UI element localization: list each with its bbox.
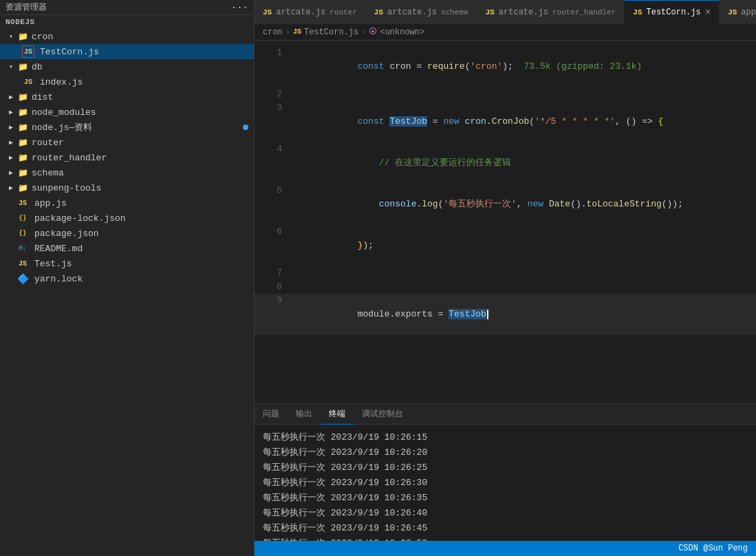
json-file-icon: {}: [17, 227, 29, 239]
breadcrumb-js-icon-bc: JS: [293, 28, 301, 36]
code-line-1: 1 const cron = require('cron'); 73.5k (g…: [255, 46, 756, 87]
terminal-line-3: 每五秒执行一次 2023/9/19 10:26:25: [263, 460, 748, 475]
sidebar-item-sunpeng-tools[interactable]: ▶ 📁 sunpeng-tools: [0, 180, 254, 195]
label-index: index.js: [40, 77, 83, 87]
js-icon-tab1: JS: [263, 8, 272, 17]
js-file-icon: JS: [22, 45, 34, 58]
sidebar-item-app[interactable]: JS app.js: [0, 195, 254, 211]
tab-problems-label: 问题: [263, 408, 279, 420]
folder-icon-nodejs-resource: 📁: [17, 121, 29, 133]
folder-icon-router-handler: 📁: [17, 151, 29, 164]
code-editor[interactable]: 1 const cron = require('cron'); 73.5k (g…: [255, 41, 756, 403]
code-line-4: 4 // 在这里定义要运行的任务逻辑: [255, 142, 756, 184]
tab-bar: JS artcate.js router JS artcate.js schem…: [255, 0, 756, 24]
terminal-line-7: 每五秒执行一次 2023/9/19 10:26:45: [263, 521, 748, 536]
js-icon-tab3: JS: [486, 8, 495, 17]
notification-dot: [243, 125, 248, 130]
breadcrumb-unknown: <unknown>: [380, 28, 424, 37]
sidebar-title: 资源管理器: [6, 1, 47, 13]
breadcrumb: cron › JS TestCorn.js › ⦿ <unknown>: [255, 24, 756, 41]
sidebar-item-router[interactable]: ▶ 📁 router: [0, 135, 254, 150]
label-package: package.json: [34, 228, 99, 239]
sidebar-item-yarn[interactable]: 🔷 yarn.lock: [0, 271, 254, 286]
terminal-tab-problems[interactable]: 问题: [255, 404, 288, 425]
terminal-line-1: 每五秒执行一次 2023/9/19 10:26:15: [263, 430, 748, 445]
tab-testcorn[interactable]: JS TestCorn.js ×: [625, 0, 720, 24]
breadcrumb-testcorn: TestCorn.js: [304, 28, 358, 37]
folder-icon-sunpeng-tools: 📁: [17, 182, 29, 194]
yarn-icon: 🔷: [17, 272, 29, 285]
tab-artcate-router-handler[interactable]: JS artcate.js router_handler: [477, 0, 625, 24]
tab-label-testcorn: TestCorn.js: [647, 8, 701, 17]
sidebar-item-readme[interactable]: M↓ README.md: [0, 241, 254, 256]
sidebar-dots[interactable]: ···: [231, 2, 248, 13]
sidebar-item-cron[interactable]: ▾ 📁 cron: [0, 29, 254, 44]
label-test: Test.js: [34, 259, 72, 269]
chevron-router: ▶: [6, 138, 17, 147]
line-num-6: 6: [255, 225, 282, 266]
chevron-cron: ▾: [6, 32, 17, 41]
breadcrumb-symbol: ⦿: [369, 27, 377, 37]
tab-artcate-router[interactable]: JS artcate.js router: [255, 0, 366, 24]
label-sunpeng-tools: sunpeng-tools: [32, 183, 101, 193]
terminal-tab-output[interactable]: 输出: [288, 404, 321, 425]
label-dist: dist: [32, 92, 53, 103]
chevron-router-handler: ▶: [6, 153, 17, 162]
chevron-schema: ▶: [6, 169, 17, 177]
line-num-9: 9: [255, 294, 282, 335]
breadcrumb-cron: cron: [263, 28, 283, 37]
label-yarn: yarn.lock: [34, 274, 83, 284]
cursor: [487, 310, 488, 319]
line-num-3: 3: [255, 101, 282, 142]
sidebar-item-test[interactable]: JS Test.js: [0, 256, 254, 271]
sidebar-item-nodejs-resource[interactable]: ▶ 📁 node.js—资料: [0, 120, 254, 135]
label-schema: schema: [32, 168, 64, 178]
terminal-tab-debug[interactable]: 调试控制台: [354, 404, 411, 425]
folder-icon: 📁: [17, 30, 29, 43]
sidebar-item-schema[interactable]: ▶ 📁 schema: [0, 165, 254, 180]
sidebar-item-package-lock[interactable]: {} package-lock.json: [0, 211, 254, 226]
line-content-9: module.exports = TestJob: [293, 294, 750, 335]
terminal-content[interactable]: 每五秒执行一次 2023/9/19 10:26:15 每五秒执行一次 2023/…: [255, 425, 756, 541]
folder-icon-router: 📁: [17, 136, 29, 149]
label-node-modules: node_modules: [32, 107, 96, 118]
chevron-nodejs-resource: ▶: [6, 123, 17, 131]
code-line-6: 6 });: [255, 225, 756, 266]
sidebar-item-router-handler[interactable]: ▶ 📁 router_handler: [0, 150, 254, 165]
breadcrumb-sep2: ›: [361, 28, 366, 37]
sidebar-item-testcorn[interactable]: JS TestCorn.js: [0, 44, 254, 59]
tab-debug-label: 调试控制台: [362, 408, 403, 420]
tab-artcate-schema[interactable]: JS artcate.js schema: [366, 0, 477, 24]
label-db: db: [32, 62, 43, 72]
line-num-1: 1: [255, 46, 282, 87]
js-icon-tab4: JS: [633, 8, 642, 17]
line-content-6: });: [293, 225, 750, 266]
sidebar-item-index[interactable]: JS index.js: [0, 74, 254, 89]
line-num-8: 8: [255, 280, 282, 294]
tab-label-artcate-rh: artcate.js: [499, 8, 548, 17]
line-content-3: const TestJob = new cron.CronJob('*/5 * …: [293, 101, 750, 142]
section-header: NODEJS: [0, 15, 254, 29]
breadcrumb-sep1: ›: [285, 28, 290, 37]
sidebar-item-package[interactable]: {} package.json: [0, 226, 254, 241]
label-router: router: [32, 138, 64, 148]
label-testcorn: TestCorn.js: [40, 47, 99, 57]
folder-icon-dist: 📁: [17, 91, 29, 103]
tab-close-testcorn[interactable]: ×: [705, 7, 711, 18]
terminal-tab-bar: 问题 输出 终端 调试控制台: [255, 404, 756, 425]
tab-app[interactable]: JS app.js ×: [720, 0, 756, 24]
terminal-area: 问题 输出 终端 调试控制台 每五秒执行一次 2023/9/19 10:26:1…: [255, 403, 756, 541]
terminal-tab-terminal[interactable]: 终端: [321, 404, 354, 425]
md-file-icon: M↓: [17, 242, 29, 255]
line-content-5: console.log('每五秒执行一次', new Date().toLoca…: [293, 184, 750, 225]
tab-label-app: app.js: [741, 8, 756, 17]
tab-output-label: 输出: [296, 408, 312, 420]
sidebar-item-dist[interactable]: ▶ 📁 dist: [0, 89, 254, 105]
code-line-9: 9 module.exports = TestJob: [255, 294, 756, 335]
label-cron: cron: [32, 32, 53, 42]
code-line-2: 2: [255, 87, 756, 101]
sidebar-item-node-modules[interactable]: ▶ 📁 node_modules: [0, 105, 254, 120]
sidebar-item-db[interactable]: ▾ 📁 db: [0, 59, 254, 74]
json-file-icon-lock: {}: [17, 212, 29, 224]
line-num-7: 7: [255, 266, 282, 280]
